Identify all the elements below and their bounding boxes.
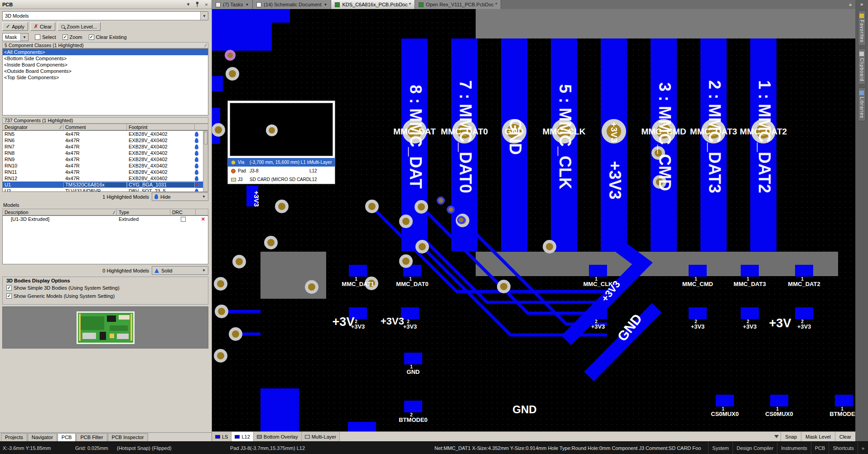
layer-tab-l12[interactable]: L12 bbox=[231, 432, 253, 441]
smd-pad[interactable] bbox=[589, 307, 607, 319]
panel-tab-favorites[interactable]: Favorites bbox=[858, 10, 866, 46]
list-item[interactable]: <Outside Board Components> bbox=[3, 68, 208, 74]
clear-existing-checkbox[interactable]: ✓Clear Existing bbox=[89, 34, 127, 40]
chevron-down-icon[interactable]: ▼ bbox=[324, 3, 328, 7]
smd-pad[interactable] bbox=[741, 307, 759, 319]
layer-sets-tab[interactable]: LS bbox=[212, 432, 231, 441]
model-row[interactable]: [U1-3D Extruded] Extruded ✕ bbox=[3, 216, 208, 222]
column-drc[interactable]: DRC bbox=[170, 209, 196, 215]
pin-net-label: +3V3 bbox=[609, 122, 619, 143]
sort-icon[interactable]: ∕ bbox=[114, 210, 115, 215]
chevrons-icon[interactable]: » bbox=[860, 0, 863, 10]
tab-pcb-document[interactable]: Open Rex_V111_PCB.PcbDoc * bbox=[415, 0, 501, 9]
table-row[interactable]: RN124x47REXB28V_4X0402 bbox=[3, 175, 208, 182]
smd-pad[interactable] bbox=[795, 307, 813, 319]
pcb-button[interactable]: PCB bbox=[811, 442, 829, 454]
smd-pad[interactable] bbox=[349, 265, 367, 277]
mask-level-button[interactable]: Mask Level bbox=[801, 432, 835, 441]
table-row-selected[interactable]: U1TMS320C6A816xCYG_BGA_1031✕ bbox=[3, 182, 208, 188]
show-simple-3d-checkbox[interactable]: ✓Show Simple 3D Bodies (Using System Set… bbox=[6, 285, 204, 291]
chevron-down-icon[interactable]: ▼ bbox=[202, 268, 206, 272]
close-icon[interactable]: × bbox=[203, 1, 209, 7]
popup-row-component[interactable]: J3 SD CARD (MICRO SD CARD) L12 bbox=[228, 175, 335, 184]
hide-dropdown[interactable]: Hide▼ bbox=[152, 192, 208, 201]
zoom-level-button[interactable]: Zoom Level... bbox=[58, 22, 101, 31]
layer-tab-bottom-overlay[interactable]: Bottom Overlay bbox=[254, 432, 302, 441]
popup-row-via[interactable]: Via (-3,700 mm, 15,600 mm) L1 to L12 Mul… bbox=[228, 158, 335, 167]
components-scrollbar[interactable] bbox=[203, 131, 208, 191]
panel-tab-clipboard[interactable]: Clipboard bbox=[858, 48, 866, 85]
list-item[interactable]: <Bottom Side Components> bbox=[3, 55, 208, 62]
column-comment[interactable]: Comment bbox=[63, 124, 127, 130]
tab-pcb-document-active[interactable]: KDS_C6A816x_PCB.PcbDoc * bbox=[331, 0, 415, 9]
smd-pad[interactable] bbox=[589, 265, 607, 277]
smd-pad[interactable] bbox=[795, 265, 813, 277]
clear-button-layerbar[interactable]: Clear bbox=[835, 432, 855, 441]
tab-pcb[interactable]: PCB bbox=[58, 433, 76, 441]
popup-row-pad[interactable]: Pad J3-8 L12 bbox=[228, 167, 335, 175]
instruments-button[interactable]: Instruments bbox=[777, 442, 810, 454]
sort-icon[interactable]: ∕ bbox=[205, 43, 206, 48]
smd-pad[interactable] bbox=[404, 401, 422, 412]
tab-tasks[interactable]: (7) Tasks▼ bbox=[212, 0, 253, 9]
chevrons-icon[interactable]: » bbox=[858, 442, 868, 454]
column-footprint[interactable]: Footprint bbox=[127, 124, 195, 130]
zoom-checkbox[interactable]: ✓Zoom bbox=[63, 34, 82, 40]
column-description[interactable]: Description∕ bbox=[3, 209, 117, 215]
list-item[interactable]: <Top Side Components> bbox=[3, 74, 208, 81]
column-designator[interactable]: Designator∕ bbox=[3, 124, 63, 130]
pcb-editor-canvas[interactable]: 8 : MMC_DAT7 : MMC_DAT0GND5 : MMC_CLK+3V… bbox=[212, 9, 855, 431]
components-header[interactable]: 737 Components (1 Highlighted) bbox=[2, 117, 208, 124]
tab-navigator[interactable]: Navigator bbox=[28, 433, 57, 441]
list-item[interactable]: <All Components> bbox=[3, 49, 208, 55]
tab-pcb-inspector[interactable]: PCB Inspector bbox=[108, 433, 148, 441]
pin-icon[interactable] bbox=[194, 1, 200, 7]
smd-pad[interactable] bbox=[741, 265, 759, 277]
panel-tab-libraries[interactable]: Libraries bbox=[858, 87, 866, 121]
table-row[interactable]: RN104x47REXB28V_4X0402 bbox=[3, 162, 208, 169]
tab-projects[interactable]: Projects bbox=[1, 433, 27, 441]
panel-mode-select[interactable]: 3D Models ▼ bbox=[2, 11, 208, 20]
tab-pcb-filter[interactable]: PCB Filter bbox=[76, 433, 107, 441]
table-row[interactable]: RN54x47REXB28V_4X0402 bbox=[3, 131, 208, 137]
smd-pad[interactable] bbox=[689, 307, 707, 319]
smd-pad[interactable] bbox=[716, 395, 734, 406]
smd-pad[interactable] bbox=[835, 395, 853, 406]
sort-icon[interactable]: ∕ bbox=[60, 124, 61, 130]
table-row[interactable]: RN94x47REXB28V_4X0402 bbox=[3, 156, 208, 162]
mask-select[interactable]: Mask ▼ bbox=[2, 33, 29, 41]
system-button[interactable]: System bbox=[708, 442, 733, 454]
solid-dropdown[interactable]: Solid▼ bbox=[152, 266, 208, 275]
apply-button[interactable]: ✓Apply bbox=[2, 22, 28, 31]
show-generic-models-checkbox[interactable]: ✓Show Generic Models (Using System Setti… bbox=[6, 293, 204, 299]
cell-designator: RN7 bbox=[3, 144, 63, 150]
chevrons-icon[interactable]: » bbox=[845, 0, 855, 9]
smd-pad[interactable] bbox=[404, 353, 422, 364]
smd-pad[interactable] bbox=[770, 395, 788, 406]
snap-button[interactable]: Snap bbox=[781, 432, 801, 441]
connector-pin-pad[interactable] bbox=[601, 38, 627, 251]
pcb-canvas[interactable]: 8 : MMC_DAT7 : MMC_DAT0GND5 : MMC_CLK+3V… bbox=[212, 9, 855, 431]
component-classes-header[interactable]: 5 Component Classes (1 Highlighted) ∕ bbox=[2, 42, 208, 48]
layer-tab-multi-layer[interactable]: Multi-Layer bbox=[302, 432, 340, 441]
select-checkbox[interactable]: Select bbox=[35, 34, 56, 40]
chevron-down-icon[interactable]: ▼ bbox=[200, 12, 208, 20]
table-row[interactable]: RN114x47REXB28V_4X0402 bbox=[3, 169, 208, 175]
smd-pad[interactable] bbox=[689, 265, 707, 277]
shortcuts-button[interactable]: Shortcuts bbox=[829, 442, 857, 454]
drc-checkbox[interactable] bbox=[181, 217, 186, 222]
table-row[interactable]: U2TLV431AIDBVRDBV_SOT_23_5 bbox=[3, 188, 208, 192]
table-row[interactable]: RN64x47REXB28V_4X0402 bbox=[3, 137, 208, 143]
table-row[interactable]: RN74x47REXB28V_4X0402 bbox=[3, 143, 208, 150]
list-item[interactable]: <Inside Board Components> bbox=[3, 62, 208, 68]
clear-button[interactable]: ✗Clear bbox=[30, 22, 56, 31]
chevron-down-icon[interactable]: ▼ bbox=[245, 3, 249, 7]
chevron-down-icon[interactable]: ▼ bbox=[20, 33, 28, 41]
column-type[interactable]: Type bbox=[117, 209, 170, 215]
filter-icon[interactable] bbox=[774, 435, 779, 438]
chevron-down-icon[interactable]: ▾ bbox=[185, 1, 191, 7]
design-compiler-button[interactable]: Design Compiler bbox=[733, 442, 777, 454]
tab-schematic-document[interactable]: (14) Schematic Document▼ bbox=[253, 0, 331, 9]
table-row[interactable]: RN84x47REXB28V_4X0402 bbox=[3, 150, 208, 156]
chevron-down-icon[interactable]: ▼ bbox=[202, 195, 206, 199]
